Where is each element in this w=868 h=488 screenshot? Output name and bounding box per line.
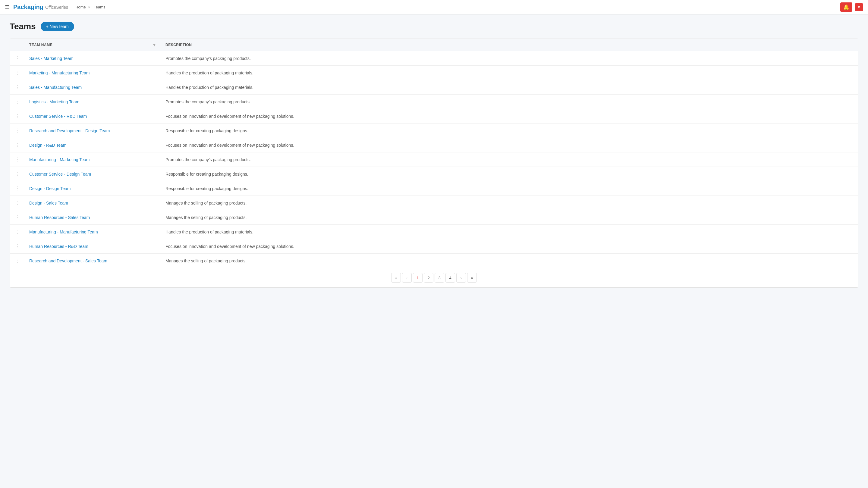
row-team-name: Sales - Marketing Team	[24, 51, 151, 66]
filter-icon[interactable]: ▼	[152, 42, 156, 47]
row-menu-cell: ⋮	[10, 51, 24, 66]
row-menu-icon[interactable]: ⋮	[15, 113, 20, 119]
row-menu-icon[interactable]: ⋮	[15, 243, 20, 249]
row-menu-icon[interactable]: ⋮	[15, 215, 20, 220]
row-filter-cell	[151, 80, 161, 95]
row-menu-cell: ⋮	[10, 95, 24, 109]
row-description: Responsible for creating packaging desig…	[161, 167, 858, 181]
row-filter-cell	[151, 181, 161, 196]
brand-name: Packaging	[13, 4, 43, 10]
row-menu-icon[interactable]: ⋮	[15, 70, 20, 76]
breadcrumb: Home » Teams	[75, 5, 106, 9]
row-menu-icon[interactable]: ⋮	[15, 200, 20, 206]
table-row: ⋮Manufacturing - Manufacturing TeamHandl…	[10, 225, 858, 239]
team-name-link[interactable]: Human Resources - R&D Team	[29, 244, 88, 249]
row-team-name: Manufacturing - Marketing Team	[24, 153, 151, 167]
row-menu-icon[interactable]: ⋮	[15, 128, 20, 133]
row-menu-icon[interactable]: ⋮	[15, 258, 20, 264]
team-name-link[interactable]: Logistics - Marketing Team	[29, 99, 79, 104]
pagination-page-3[interactable]: 3	[435, 273, 444, 283]
row-menu-cell: ⋮	[10, 254, 24, 268]
table-row: ⋮Sales - Manufacturing TeamHandles the p…	[10, 80, 858, 95]
row-menu-icon[interactable]: ⋮	[15, 171, 20, 177]
description-text: Focuses on innovation and development of…	[165, 244, 294, 249]
row-filter-cell	[151, 210, 161, 225]
header-right: 🔔 ▼	[840, 2, 863, 12]
col-menu-header	[10, 39, 24, 51]
row-filter-cell	[151, 167, 161, 181]
description-text: Handles the production of packaging mate…	[165, 230, 253, 234]
menu-icon[interactable]: ☰	[5, 4, 10, 10]
row-filter-cell	[151, 95, 161, 109]
row-description: Promotes the company's packaging product…	[161, 51, 858, 66]
row-description: Focuses on innovation and development of…	[161, 138, 858, 153]
table-row: ⋮Design - Sales TeamManages the selling …	[10, 196, 858, 210]
row-menu-icon[interactable]: ⋮	[15, 142, 20, 148]
team-name-link[interactable]: Sales - Marketing Team	[29, 56, 73, 61]
pagination-page-2[interactable]: 2	[424, 273, 433, 283]
team-name-link[interactable]: Human Resources - Sales Team	[29, 215, 90, 220]
description-text: Responsible for creating packaging desig…	[165, 128, 248, 133]
table-row: ⋮Sales - Marketing TeamPromotes the comp…	[10, 51, 858, 66]
row-menu-icon[interactable]: ⋮	[15, 84, 20, 90]
row-team-name: Logistics - Marketing Team	[24, 95, 151, 109]
team-name-link[interactable]: Design - Sales Team	[29, 201, 68, 205]
row-menu-cell: ⋮	[10, 239, 24, 254]
row-description: Focuses on innovation and development of…	[161, 109, 858, 124]
pagination-prev[interactable]: ‹	[402, 273, 412, 283]
description-text: Manages the selling of packaging product…	[165, 201, 247, 205]
notification-button[interactable]: 🔔	[840, 2, 852, 12]
table-row: ⋮Research and Development - Design TeamR…	[10, 124, 858, 138]
user-dropdown-button[interactable]: ▼	[855, 3, 863, 11]
app-header: ☰ Packaging OfficeSeries Home » Teams 🔔 …	[0, 0, 868, 14]
row-menu-cell: ⋮	[10, 124, 24, 138]
pagination-first[interactable]: «	[391, 273, 401, 283]
row-menu-icon[interactable]: ⋮	[15, 56, 20, 61]
brand: Packaging OfficeSeries	[13, 4, 68, 10]
row-team-name: Marketing - Manufacturing Team	[24, 66, 151, 80]
table-row: ⋮Design - Design TeamResponsible for cre…	[10, 181, 858, 196]
row-menu-icon[interactable]: ⋮	[15, 229, 20, 235]
table-row: ⋮Design - R&D TeamFocuses on innovation …	[10, 138, 858, 153]
pagination-next[interactable]: ›	[456, 273, 466, 283]
team-name-link[interactable]: Marketing - Manufacturing Team	[29, 70, 90, 75]
row-menu-icon[interactable]: ⋮	[15, 99, 20, 104]
team-name-link[interactable]: Customer Service - R&D Team	[29, 114, 87, 119]
pagination-last[interactable]: »	[467, 273, 477, 283]
table-row: ⋮Logistics - Marketing TeamPromotes the …	[10, 95, 858, 109]
description-text: Promotes the company's packaging product…	[165, 99, 251, 104]
team-name-link[interactable]: Manufacturing - Marketing Team	[29, 157, 90, 162]
pagination-page-4[interactable]: 4	[445, 273, 455, 283]
row-filter-cell	[151, 239, 161, 254]
col-filter-header[interactable]: ▼	[151, 39, 161, 51]
row-description: Promotes the company's packaging product…	[161, 95, 858, 109]
breadcrumb-current: Teams	[94, 5, 105, 9]
row-description: Responsible for creating packaging desig…	[161, 181, 858, 196]
main-content: Teams + New team TEAM NAME ▼ DESCRIPTION	[0, 14, 868, 295]
table-row: ⋮Customer Service - R&D TeamFocuses on i…	[10, 109, 858, 124]
pagination-page-1[interactable]: 1	[413, 273, 423, 283]
row-description: Responsible for creating packaging desig…	[161, 124, 858, 138]
description-text: Promotes the company's packaging product…	[165, 157, 251, 162]
breadcrumb-home[interactable]: Home	[75, 5, 86, 9]
team-name-link[interactable]: Sales - Manufacturing Team	[29, 85, 82, 90]
page-title: Teams	[10, 22, 36, 31]
row-description: Manages the selling of packaging product…	[161, 196, 858, 210]
description-text: Handles the production of packaging mate…	[165, 70, 253, 75]
page-header: Teams + New team	[10, 22, 858, 31]
team-name-link[interactable]: Customer Service - Design Team	[29, 172, 91, 176]
team-name-link[interactable]: Research and Development - Design Team	[29, 128, 110, 133]
row-filter-cell	[151, 138, 161, 153]
row-filter-cell	[151, 225, 161, 239]
team-name-link[interactable]: Manufacturing - Manufacturing Team	[29, 230, 98, 234]
team-name-link[interactable]: Design - R&D Team	[29, 143, 66, 148]
new-team-button[interactable]: + New team	[41, 22, 74, 31]
row-menu-icon[interactable]: ⋮	[15, 157, 20, 162]
row-menu-cell: ⋮	[10, 225, 24, 239]
team-name-link[interactable]: Research and Development - Sales Team	[29, 258, 107, 263]
table-body: ⋮Sales - Marketing TeamPromotes the comp…	[10, 51, 858, 268]
breadcrumb-separator: »	[88, 5, 90, 9]
team-name-link[interactable]: Design - Design Team	[29, 186, 70, 191]
row-menu-cell: ⋮	[10, 167, 24, 181]
row-menu-icon[interactable]: ⋮	[15, 186, 20, 191]
